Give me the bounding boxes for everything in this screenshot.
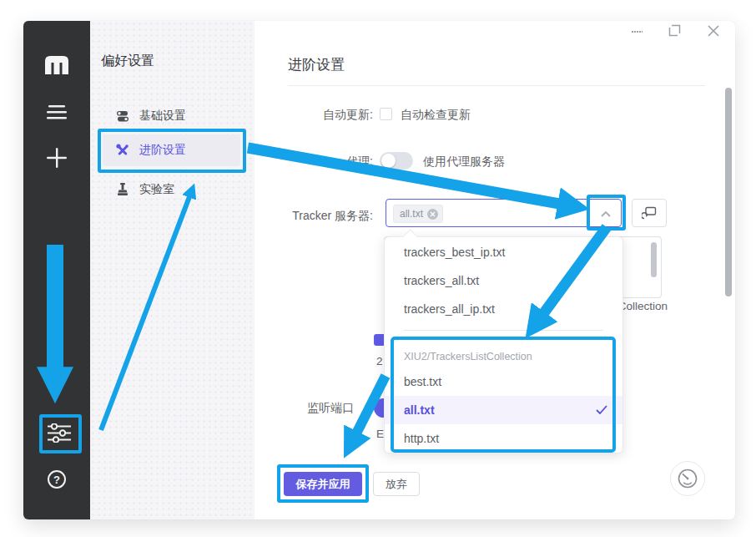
title-divider [288,85,705,86]
lab-stamp-icon [116,183,129,196]
preferences-panel: 偏好设置 基础设置 [90,21,255,519]
dropdown-option-selected[interactable]: all.txt [385,396,622,424]
page-title: 进阶设置 [288,55,345,74]
sidebar-item-label: 进阶设置 [139,143,186,158]
auto-update-label: 自动更新: [232,108,373,123]
minimize-icon [631,25,643,38]
close-icon [707,24,720,38]
sync-icon [642,206,657,220]
dropdown-divider [404,330,603,331]
tracker-select-input[interactable]: all.txt [386,199,622,227]
help-button[interactable]: ? [48,470,66,489]
sync-trackers-button[interactable] [632,199,667,227]
background-digit-fragment: 2 [376,355,383,367]
dropdown-option[interactable]: trackers_best_ip.txt [385,238,622,266]
task-list-icon[interactable] [47,105,67,119]
preferences-title: 偏好设置 [101,53,154,70]
proxy-option-label: 使用代理服务器 [423,155,505,170]
auto-update-checkbox[interactable] [380,108,392,120]
check-icon [596,405,607,414]
nav-rail: ? [23,21,90,519]
minimize-button[interactable] [630,24,643,38]
sidebar-item-advanced-settings[interactable]: 进阶设置 [103,134,240,166]
toggles-icon [116,109,129,123]
chevron-up-icon[interactable] [601,211,611,217]
maximize-icon [668,24,681,37]
dropdown-group-label: XIU2/TrackersListCollection [385,346,622,367]
tag-label: all.txt [400,208,423,220]
speed-limit-button[interactable] [670,461,705,496]
dropdown-option[interactable]: best.txt [385,367,622,396]
help-icon: ? [53,474,60,486]
add-task-icon[interactable] [47,148,67,168]
discard-button[interactable]: 放弃 [373,472,420,496]
dropdown-option[interactable]: trackers_all_ip.txt [385,295,622,323]
motrix-logo-icon [45,56,68,74]
textarea-scrollbar[interactable] [651,242,657,277]
sidebar-item-lab[interactable]: 实验室 [103,177,240,202]
sidebar-item-label: 实验室 [139,182,174,197]
proxy-label: 代理: [232,155,373,170]
tools-icon [116,144,129,157]
maximize-button[interactable] [668,23,682,38]
sidebar-item-label: 基础设置 [139,109,186,124]
tag-remove-icon[interactable] [427,209,438,220]
dropdown-option[interactable]: http.txt [385,424,622,453]
close-button[interactable] [705,23,721,38]
preferences-sliders-icon[interactable] [48,423,71,443]
save-apply-button[interactable]: 保存并应用 [284,472,362,496]
sidebar-item-basic-settings[interactable]: 基础设置 [103,104,240,129]
auto-update-option-label[interactable]: 自动检查更新 [401,108,471,123]
selected-tag: all.txt [393,205,443,223]
speedometer-icon [677,468,698,489]
tracker-server-label: Tracker 服务器: [232,209,373,224]
proxy-toggle[interactable] [380,152,413,170]
tracker-dropdown: trackers_best_ip.txt trackers_all.txt tr… [384,236,623,453]
background-letter-fragment: E [376,428,384,440]
toggle-knob [381,154,396,168]
main-scrollbar[interactable] [725,88,732,296]
screen: ? 偏好设置 基础设置 [0,0,756,537]
dropdown-option[interactable]: trackers_all.txt [385,266,622,295]
app-window: ? 偏好设置 基础设置 [23,21,735,519]
